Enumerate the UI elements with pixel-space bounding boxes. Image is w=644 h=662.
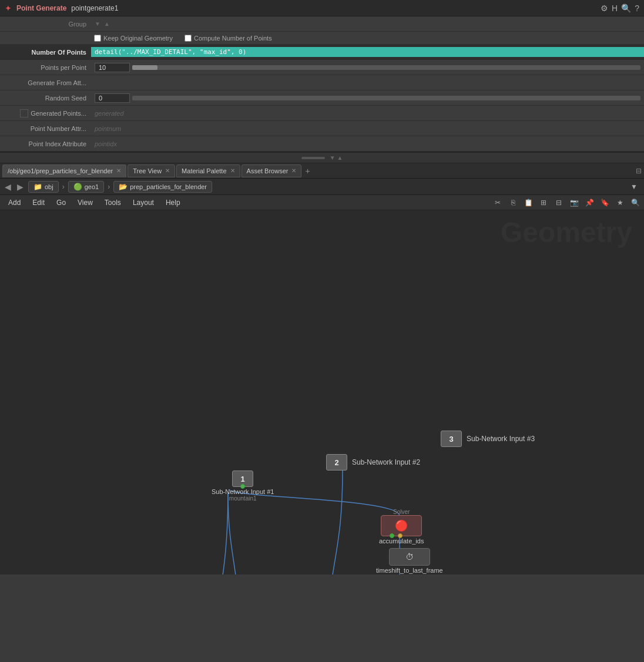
- subnet-input-2[interactable]: 2 Sub-Network Input #2: [326, 454, 420, 471]
- path-obj[interactable]: 📁 obj: [28, 181, 59, 193]
- compute-number-checkbox[interactable]: Compute Number of Points: [185, 35, 272, 42]
- network-icon: 📂: [119, 183, 128, 191]
- paste-icon[interactable]: 📋: [522, 196, 535, 209]
- point-number-input[interactable]: pointnum: [91, 124, 644, 133]
- points-per-point-value[interactable]: 10: [91, 62, 644, 73]
- keep-original-input[interactable]: [94, 35, 101, 42]
- path-arrow-1: ›: [62, 183, 65, 191]
- random-seed-label: Random Seed: [0, 95, 91, 102]
- nav-back-button[interactable]: ◀: [4, 181, 12, 193]
- number-of-points-value[interactable]: detail("../MAX_ID_DETAIL", "max_id", 0): [91, 47, 644, 57]
- timeshift-node[interactable]: ⏱ timeshift_to_last_frame: [376, 548, 443, 574]
- tab-treeview[interactable]: Tree View ✕: [128, 164, 175, 177]
- zoom-icon[interactable]: 🔍: [629, 196, 642, 209]
- help-h-icon[interactable]: H: [612, 4, 618, 13]
- subnet-2-label: Sub-Network Input #2: [352, 458, 420, 466]
- path-network[interactable]: 📂 prep_particles_for_blender: [113, 181, 212, 193]
- tab-network-label: /obj/geo1/prep_particles_for_blender: [8, 167, 113, 174]
- geometry-watermark: Geometry: [501, 216, 632, 248]
- points-per-point-input[interactable]: 10: [95, 63, 130, 72]
- tab-treeview-close[interactable]: ✕: [165, 167, 170, 174]
- subnet-2-box[interactable]: 2: [326, 454, 347, 471]
- random-seed-input[interactable]: 0: [95, 93, 130, 103]
- checkboxes-row: Keep Original Geometry Compute Number of…: [0, 32, 644, 45]
- solver-box[interactable]: 🔴: [381, 515, 422, 536]
- subnet-1-box[interactable]: 1: [232, 471, 253, 487]
- points-per-point-label: Points per Point: [0, 64, 91, 71]
- nav-forward-button[interactable]: ▶: [16, 181, 25, 193]
- copy-icon[interactable]: ⎘: [507, 196, 519, 209]
- grid-icon[interactable]: ⊞: [537, 196, 550, 209]
- title-bar: ✦ Point Generate pointgenerate1 ⚙ H 🔍 ?: [0, 0, 644, 16]
- cut-icon[interactable]: ✂: [491, 196, 504, 209]
- tab-network[interactable]: /obj/geo1/prep_particles_for_blender ✕: [2, 164, 126, 177]
- generated-points-input[interactable]: generated: [91, 109, 644, 118]
- generated-points-color-swatch[interactable]: [20, 109, 28, 117]
- point-number-label: Point Number Attr...: [0, 125, 91, 132]
- obj-icon: 📁: [33, 183, 42, 191]
- path-geo1[interactable]: 🟢 geo1: [68, 181, 104, 193]
- menu-add[interactable]: Add: [2, 196, 26, 209]
- timeshift-box[interactable]: ⏱: [389, 548, 430, 566]
- subnet-3-label: Sub-Network Input #3: [467, 435, 535, 443]
- menu-view[interactable]: View: [72, 196, 99, 209]
- solver-icon: 🔴: [395, 519, 408, 532]
- window-controls: ⚙ H 🔍 ?: [601, 4, 639, 13]
- tab-asset-close[interactable]: ✕: [291, 167, 296, 174]
- path-geo1-label: geo1: [85, 183, 99, 190]
- connections-svg: [0, 210, 644, 574]
- scroll-handle[interactable]: [301, 157, 325, 159]
- keep-original-checkbox[interactable]: Keep Original Geometry: [94, 35, 173, 42]
- random-seed-row: Random Seed 0: [0, 90, 644, 106]
- random-seed-value[interactable]: 0: [91, 92, 644, 104]
- scroll-separator: ▼ ▲: [0, 153, 644, 163]
- menu-help[interactable]: Help: [160, 196, 186, 209]
- generate-from-row: Generate From Att...: [0, 75, 644, 90]
- snapshot-icon[interactable]: 📷: [568, 196, 581, 209]
- timeshift-label: timeshift_to_last_frame: [376, 567, 443, 574]
- subnet-input-1[interactable]: 1 Sub-Network Input #1 mountain1: [212, 471, 274, 502]
- tab-asset-label: Asset Browser: [247, 167, 289, 174]
- star-icon[interactable]: ★: [613, 196, 626, 209]
- subnet-3-box[interactable]: 3: [441, 431, 462, 447]
- generated-points-row: Generated Points... generated: [0, 106, 644, 121]
- pin-icon[interactable]: 📌: [583, 196, 596, 209]
- point-number-row: Point Number Attr... pointnum: [0, 121, 644, 136]
- search-icon[interactable]: 🔍: [621, 4, 631, 13]
- keep-original-label: Keep Original Geometry: [103, 35, 173, 42]
- tab-material-close[interactable]: ✕: [230, 167, 235, 174]
- network-canvas[interactable]: Geometry 3 Sub-Network Input #3 2 Sub: [0, 210, 644, 574]
- tab-network-close[interactable]: ✕: [116, 167, 121, 174]
- properties-panel: Group ▼ ▲ Keep Original Geometry Compute…: [0, 16, 644, 153]
- point-index-row: Point Index Attribute pointidx: [0, 136, 644, 152]
- menu-edit[interactable]: Edit: [26, 196, 51, 209]
- subnet-1-sublabel: mountain1: [229, 495, 257, 502]
- generated-points-label: Generated Points...: [31, 110, 86, 117]
- network-toolbar: ◀ ▶ 📁 obj › 🟢 geo1 › 📂 prep_particles_fo…: [0, 179, 644, 195]
- toolbar-right: ▼: [628, 180, 640, 193]
- menu-bar: Add Edit Go View Tools Layout Help ✂ ⎘ 📋…: [0, 195, 644, 210]
- subnet-input-3[interactable]: 3 Sub-Network Input #3: [441, 431, 535, 447]
- tab-asset[interactable]: Asset Browser ✕: [242, 164, 302, 177]
- bookmark-icon[interactable]: 🔖: [598, 196, 611, 209]
- menu-tools[interactable]: Tools: [99, 196, 127, 209]
- group-label: Group: [0, 21, 91, 28]
- layout-icon[interactable]: ⊟: [552, 196, 565, 209]
- info-icon[interactable]: ?: [635, 4, 639, 13]
- tab-material[interactable]: Material Palette ✕: [176, 164, 240, 177]
- point-index-input[interactable]: pointidx: [91, 139, 644, 149]
- compute-number-input[interactable]: [185, 35, 192, 42]
- settings-icon[interactable]: ⚙: [601, 4, 608, 13]
- solver-node[interactable]: Solver 🔴 accumulate_ids: [379, 509, 424, 545]
- toolbar-dropdown[interactable]: ▼: [628, 180, 640, 193]
- number-of-points-label: Number Of Points: [0, 49, 91, 56]
- tab-panel-options[interactable]: ⊟: [636, 167, 642, 175]
- solver-type: Solver: [393, 509, 410, 515]
- menu-go[interactable]: Go: [51, 196, 72, 209]
- menu-layout[interactable]: Layout: [127, 196, 160, 209]
- tab-bar: /obj/geo1/prep_particles_for_blender ✕ T…: [0, 163, 644, 179]
- subnet-1-num: 1: [241, 475, 245, 483]
- solver-label: accumulate_ids: [379, 537, 424, 545]
- menu-toolbar-icons: ✂ ⎘ 📋 ⊞ ⊟ 📷 📌 🔖 ★ 🔍: [491, 196, 642, 209]
- tab-add-button[interactable]: +: [305, 166, 310, 176]
